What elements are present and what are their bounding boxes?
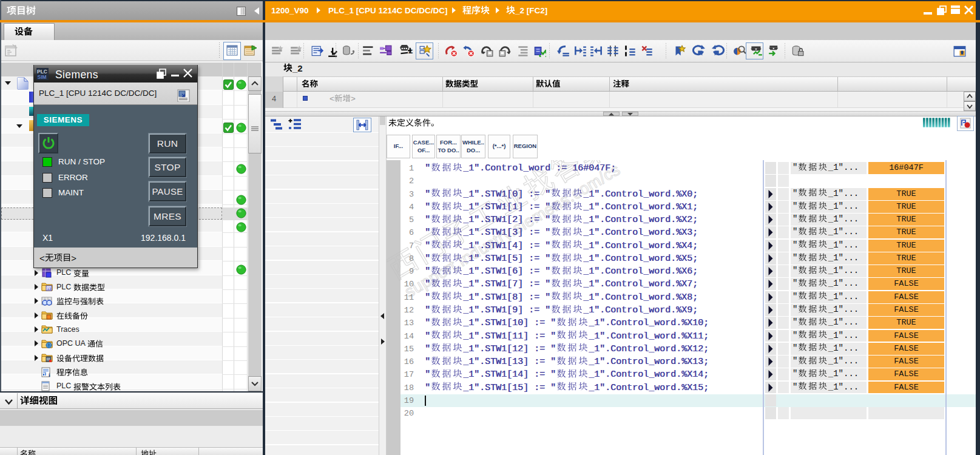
svg-text:13: 13 (47, 287, 52, 291)
svg-text:SIM: SIM (38, 74, 47, 80)
svg-text:i: i (49, 372, 50, 377)
